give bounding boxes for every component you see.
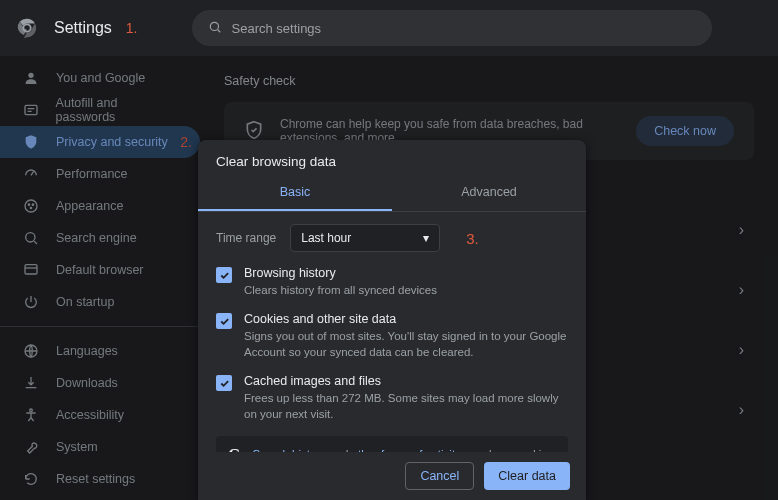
clear-data-button[interactable]: Clear data: [484, 462, 570, 490]
check-row-cache: Cached images and files Frees up less th…: [216, 374, 568, 422]
dialog-title: Clear browsing data: [198, 140, 586, 175]
check-title: Cached images and files: [244, 374, 568, 388]
cancel-button[interactable]: Cancel: [405, 462, 474, 490]
google-activity-info: G Search history and other forms of acti…: [216, 436, 568, 452]
check-desc: Clears history from all synced devices: [244, 282, 437, 298]
check-desc: Frees up less than 272 MB. Some sites ma…: [244, 390, 568, 422]
google-g-icon: G: [228, 446, 240, 452]
check-title: Cookies and other site data: [244, 312, 568, 326]
svg-point-1: [210, 22, 218, 30]
checkbox-cookies[interactable]: [216, 313, 232, 329]
tab-advanced[interactable]: Advanced: [392, 175, 586, 211]
time-range-value: Last hour: [301, 231, 351, 245]
check-row-browsing-history: Browsing history Clears history from all…: [216, 266, 568, 298]
check-row-cookies: Cookies and other site data Signs you ou…: [216, 312, 568, 360]
checkbox-cache[interactable]: [216, 375, 232, 391]
search-settings-box[interactable]: [192, 10, 712, 46]
page-title: Settings: [54, 19, 112, 37]
info-text: Search history and other forms of activi…: [252, 446, 556, 452]
tab-basic[interactable]: Basic: [198, 175, 392, 211]
annotation-1: 1.: [126, 20, 138, 36]
dialog-body: Time range Last hour ▾ 3. Browsing histo…: [198, 212, 586, 452]
other-activity-link[interactable]: other forms of activity: [352, 448, 461, 452]
search-history-link[interactable]: Search history: [252, 448, 326, 452]
annotation-3: 3.: [466, 230, 479, 247]
chrome-logo-icon: [16, 17, 38, 39]
time-range-label: Time range: [216, 231, 276, 245]
dialog-footer: Cancel Clear data: [198, 452, 586, 500]
check-title: Browsing history: [244, 266, 437, 280]
check-desc: Signs you out of most sites. You'll stay…: [244, 328, 568, 360]
search-icon: [208, 20, 222, 37]
dialog-tabs: Basic Advanced: [198, 175, 586, 211]
clear-browsing-data-dialog: Clear browsing data Basic Advanced Time …: [198, 140, 586, 500]
chevron-down-icon: ▾: [423, 231, 429, 245]
checkbox-browsing-history[interactable]: [216, 267, 232, 283]
header: Settings 1.: [0, 0, 778, 56]
time-range-select[interactable]: Last hour ▾: [290, 224, 440, 252]
search-input[interactable]: [232, 21, 696, 36]
